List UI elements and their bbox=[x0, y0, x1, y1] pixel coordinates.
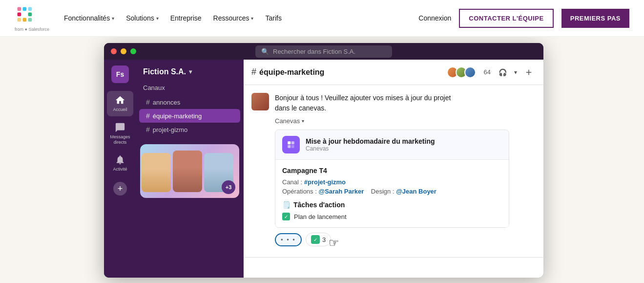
slack-logo-icon bbox=[15, 4, 36, 26]
message-avatar bbox=[251, 93, 269, 110]
premiers-pas-button[interactable]: PREMIERS PAS bbox=[561, 9, 629, 28]
activite-label: Activité bbox=[113, 167, 127, 172]
svg-rect-7 bbox=[18, 18, 21, 22]
canvas-title: Mise à jour hebdomadaire du marketing bbox=[306, 137, 435, 145]
channel-title: # équipe-marketing bbox=[251, 67, 442, 77]
sidebar-item-activite[interactable]: Activité bbox=[107, 151, 133, 176]
svg-rect-9 bbox=[291, 141, 294, 144]
canvas-body: Campagne T4 Canal : #projet-gizmo Opérat… bbox=[275, 160, 509, 227]
design-mention[interactable]: @Jean Boyer bbox=[396, 188, 436, 195]
messages-icon bbox=[115, 122, 125, 133]
nav-fonctionnalites[interactable]: Fonctionnalités ▾ bbox=[64, 14, 114, 22]
logo-subtitle: from ● Salesforce bbox=[15, 27, 49, 32]
accueil-label: Accueil bbox=[113, 107, 127, 112]
canvas-subtitle: Canevas bbox=[306, 145, 435, 152]
message-content: Bonjour à tous ! Veuillez ajouter vos mi… bbox=[275, 93, 536, 246]
message-input-area bbox=[244, 257, 543, 278]
task-emoji: 🗒️ bbox=[282, 201, 291, 209]
search-bar[interactable]: 🔍 Rechercher dans Fiction S.A. bbox=[255, 45, 392, 58]
chevron-down-icon: ▾ bbox=[112, 16, 114, 21]
svg-rect-5 bbox=[28, 18, 32, 22]
hash-icon: # bbox=[146, 112, 150, 120]
top-navigation: from ● Salesforce Fonctionnalités ▾ Solu… bbox=[0, 0, 644, 37]
canvas-card-header: Mise à jour hebdomadaire du marketing Ca… bbox=[275, 130, 509, 160]
channel-name: projet-gizmo bbox=[153, 126, 188, 133]
window-close-dot[interactable] bbox=[111, 48, 117, 54]
sidebar-item-messages[interactable]: Messages directs bbox=[107, 118, 133, 149]
dots-icon: • • • bbox=[281, 236, 296, 243]
canevas-label[interactable]: Canevas ▾ bbox=[275, 117, 304, 125]
home-icon bbox=[115, 95, 125, 106]
search-placeholder: Rechercher dans Fiction S.A. bbox=[273, 48, 355, 55]
headphones-icon-button[interactable]: 🎧 bbox=[496, 65, 509, 79]
channel-item-projet-gizmo[interactable]: # projet-gizmo bbox=[139, 123, 240, 136]
plus-count-badge: +3 bbox=[222, 180, 235, 194]
headphones-chevron-button[interactable]: ▾ bbox=[514, 69, 517, 76]
workspace-title[interactable]: Fiction S.A. ▾ bbox=[136, 67, 243, 82]
channel-name: équipe-marketing bbox=[153, 112, 202, 120]
channel-item-annonces[interactable]: # annonces bbox=[139, 95, 240, 109]
canvas-icon bbox=[282, 136, 300, 153]
sidebar-item-accueil[interactable]: Accueil bbox=[107, 91, 133, 116]
canal-field: Canal : #projet-gizmo bbox=[282, 178, 502, 186]
svg-rect-6 bbox=[23, 18, 27, 22]
canvas-symbol-icon bbox=[287, 140, 295, 149]
operations-field: Opérations : @Sarah Parker Design : @Jea… bbox=[282, 188, 502, 195]
app-window: 🔍 Rechercher dans Fiction S.A. Fs Accuei… bbox=[104, 43, 543, 278]
channel-hash-icon: # bbox=[251, 67, 256, 77]
channel-name: annonces bbox=[153, 99, 180, 106]
add-workspace-button[interactable]: + bbox=[113, 182, 127, 196]
member-avatars[interactable] bbox=[447, 66, 476, 78]
operations-mention[interactable]: @Sarah Parker bbox=[318, 188, 364, 195]
connexion-link[interactable]: Connexion bbox=[418, 14, 451, 22]
channel-header: # équipe-marketing 64 🎧 ▾ bbox=[244, 60, 543, 85]
add-to-channel-button[interactable] bbox=[522, 65, 536, 79]
channel-item-equipe-marketing[interactable]: # équipe-marketing bbox=[139, 109, 240, 123]
face-2 bbox=[173, 151, 202, 192]
window-minimize-dot[interactable] bbox=[121, 48, 126, 54]
nav-entreprise[interactable]: Entreprise bbox=[170, 14, 202, 22]
messages-area[interactable]: Bonjour à tous ! Veuillez ajouter vos mi… bbox=[244, 85, 543, 257]
header-right: 64 🎧 ▾ bbox=[447, 65, 536, 79]
nav-solutions[interactable]: Solutions ▾ bbox=[126, 14, 159, 22]
svg-rect-11 bbox=[291, 145, 294, 148]
canevas-caret-icon: ▾ bbox=[302, 118, 304, 124]
task-checkbox[interactable]: ✓ bbox=[282, 213, 290, 220]
workspace-avatar[interactable]: Fs bbox=[111, 65, 129, 83]
svg-rect-0 bbox=[18, 13, 21, 17]
member-count: 64 bbox=[484, 68, 491, 76]
reaction-dots-button[interactable]: • • • bbox=[275, 233, 302, 246]
design-label: Design : bbox=[371, 188, 395, 195]
contact-button[interactable]: CONTACTER L'ÉQUIPE bbox=[459, 9, 553, 28]
canvas-card[interactable]: Mise à jour hebdomadaire du marketing Ca… bbox=[275, 130, 509, 228]
nav-ressources[interactable]: Ressources ▾ bbox=[213, 14, 254, 22]
svg-rect-3 bbox=[28, 7, 32, 11]
svg-rect-2 bbox=[23, 7, 27, 11]
chevron-down-icon: ▾ bbox=[156, 16, 159, 21]
workspace-caret-icon: ▾ bbox=[189, 68, 192, 75]
tasks-title-text: Tâches d'action bbox=[293, 201, 345, 209]
canal-link[interactable]: #projet-gizmo bbox=[304, 178, 346, 186]
main-content: # équipe-marketing 64 🎧 ▾ bbox=[244, 60, 543, 278]
reaction-check-button[interactable]: ✓ 3 bbox=[306, 233, 331, 246]
member-avatar-3 bbox=[464, 66, 476, 78]
reactions-row: • • • ✓ 3 bbox=[275, 233, 536, 246]
logo: from ● Salesforce bbox=[15, 4, 49, 32]
svg-rect-10 bbox=[288, 145, 291, 148]
window-chrome: 🔍 Rechercher dans Fiction S.A. bbox=[104, 43, 543, 60]
tasks-section: 🗒️ Tâches d'action ✓ Plan de lancement bbox=[282, 201, 502, 220]
check-count: 3 bbox=[322, 236, 326, 243]
channels-label: Canaux bbox=[136, 82, 243, 95]
check-icon: ✓ bbox=[311, 235, 320, 244]
svg-rect-4 bbox=[28, 13, 32, 17]
messages-label: Messages directs bbox=[110, 134, 130, 145]
hash-icon: # bbox=[146, 126, 150, 133]
preview-faces bbox=[142, 151, 233, 192]
bell-icon bbox=[115, 154, 125, 165]
svg-rect-8 bbox=[288, 141, 291, 144]
nav-tarifs[interactable]: Tarifs bbox=[265, 14, 281, 22]
window-maximize-dot[interactable] bbox=[130, 48, 136, 54]
task-name: Plan de lancement bbox=[294, 213, 347, 220]
app-body: Fs Accueil Messages directs Activité + F… bbox=[104, 60, 543, 278]
message-item: Bonjour à tous ! Veuillez ajouter vos mi… bbox=[251, 93, 536, 246]
